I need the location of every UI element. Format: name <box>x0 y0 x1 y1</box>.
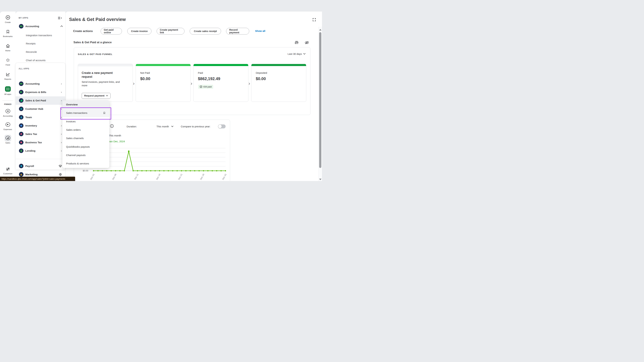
item-label: Reconcile <box>26 50 37 53</box>
all-apps-item-lending[interactable]: Lending › <box>16 147 65 155</box>
rail-item-pinned-expenses[interactable]: Expenses <box>0 122 16 130</box>
item-label: Sales & Get Paid <box>25 99 61 102</box>
submenu-item-channel-payouts[interactable]: Channel payouts <box>62 151 109 159</box>
deposited-bar <box>252 64 306 66</box>
chevron-down-icon <box>303 53 306 55</box>
team-app-icon <box>19 115 24 119</box>
globe-icon <box>59 173 62 176</box>
submenu-item-sales-transactions[interactable]: Sales transactions <box>62 109 109 117</box>
cta-title: Create a new payment request <box>82 71 122 79</box>
request-payment-button[interactable]: Request payment <box>82 93 110 99</box>
my-apps-item-integration-transactions[interactable]: Integration transactions <box>26 32 52 38</box>
submenu-item-sales-channels[interactable]: Sales channels <box>62 134 109 142</box>
my-apps-item-chart-of-accounts[interactable]: Chart of accounts <box>26 57 46 63</box>
item-label: Chart of accounts <box>26 59 46 62</box>
create-actions-label: Create actions <box>73 29 93 33</box>
rail-item-create[interactable]: Create <box>0 15 16 23</box>
scrollbar-up-arrow[interactable] <box>319 29 322 30</box>
chevron-right-icon: › <box>61 82 62 85</box>
accounting-app-icon <box>19 24 24 28</box>
item-label: QuickBooks payouts <box>66 145 90 148</box>
compare-label: Compare to previous year: <box>181 125 210 128</box>
funnel-range-dropdown[interactable]: Last 30 days <box>288 52 306 55</box>
deposited-card[interactable]: Deposited $0.00 <box>251 64 306 102</box>
duration-dropdown[interactable]: This month <box>156 125 174 128</box>
rail-item-pinned-accounting[interactable]: Accounting <box>0 109 16 117</box>
bookmark-icon[interactable] <box>103 111 106 114</box>
all-apps-item-sales-get-paid[interactable]: Sales & Get Paid › <box>16 96 65 105</box>
info-icon[interactable] <box>110 124 114 128</box>
item-label: Overview <box>66 103 78 106</box>
plus-circle-icon <box>5 15 10 20</box>
rail-label: Accounting <box>0 115 16 117</box>
chevron-right-icon: › <box>61 133 62 135</box>
submenu-item-overview[interactable]: Overview <box>62 100 109 109</box>
item-label: Team <box>25 116 61 119</box>
fullscreen-icon[interactable] <box>312 18 316 22</box>
rail-item-home[interactable]: Home <box>0 43 16 52</box>
filter-sliders-icon[interactable] <box>294 40 299 44</box>
duration-label: Duration: <box>126 125 137 128</box>
sales-circle-icon <box>5 135 10 140</box>
paid-label: Paid <box>198 71 203 74</box>
all-apps-item-customer-hub[interactable]: Customer Hub › <box>16 105 65 113</box>
payroll-app-icon <box>19 164 24 168</box>
item-label: Accounting <box>25 82 61 85</box>
rail-item-bookmarks[interactable]: Bookmarks <box>0 29 16 37</box>
chevron-right-icon: › <box>61 149 62 152</box>
get-paid-online-button[interactable]: Get paid online <box>100 28 122 34</box>
submenu-item-quickbooks-payouts[interactable]: QuickBooks payouts <box>62 143 109 151</box>
item-label: Sales transactions <box>66 111 88 114</box>
rail-item-pinned-sales[interactable]: Sales <box>0 135 16 144</box>
not-paid-card[interactable]: Not Paid $0.00 <box>136 64 191 102</box>
record-payment-button[interactable]: Record payment <box>226 28 249 34</box>
create-sales-receipt-button[interactable]: Create sales receipt <box>190 28 221 34</box>
apps-grid-icon <box>5 86 11 92</box>
my-apps-item-receipts[interactable]: Receipts <box>26 40 36 47</box>
item-label: Receipts <box>26 42 36 45</box>
all-apps-item-expenses-bills[interactable]: Expenses & Bills › <box>16 88 65 96</box>
item-label: Sales Tax <box>25 133 61 136</box>
all-apps-item-business-tax[interactable]: Business Tax › <box>16 138 65 147</box>
paid-value: $862,192.49 <box>198 76 220 81</box>
rail-item-feed[interactable]: Feed <box>0 58 16 66</box>
show-all-link[interactable]: Show all <box>255 29 265 32</box>
create-payment-link-button[interactable]: Create payment link <box>157 28 184 34</box>
status-url-tooltip: https://sandbox.qbo.intuit.com/app/sales… <box>0 177 75 181</box>
chevron-right-icon: › <box>61 107 62 110</box>
rail-item-all-apps[interactable]: All apps <box>0 86 16 95</box>
my-apps-item-reconcile[interactable]: Reconcile <box>26 48 37 55</box>
period-label: This month <box>109 134 121 137</box>
submenu-item-products-services[interactable]: Products & services <box>62 159 109 168</box>
accounting-app-icon <box>19 81 24 86</box>
my-apps-group-accounting[interactable]: Accounting <box>19 23 63 29</box>
collapse-panel-icon[interactable] <box>58 16 62 20</box>
submenu-item-invoices[interactable]: Invoices <box>62 117 109 126</box>
scrollbar-thumb[interactable] <box>319 32 321 168</box>
toggle-knob <box>218 125 222 128</box>
chevron-up-icon <box>60 25 63 27</box>
scrollbar-down-arrow[interactable] <box>319 179 322 180</box>
item-label: Expenses & Bills <box>25 91 61 94</box>
create-invoice-button[interactable]: Create invoice <box>127 28 152 34</box>
all-apps-item-accounting[interactable]: Accounting › <box>16 80 65 88</box>
request-payment-label: Request payment <box>84 94 104 97</box>
chevron-down-icon <box>106 95 108 96</box>
all-apps-item-inventory[interactable]: Inventory › <box>16 121 65 130</box>
rail-item-reports[interactable]: Reports <box>0 72 16 80</box>
business-tax-app-icon <box>19 140 24 145</box>
all-apps-item-team[interactable]: Team › <box>16 113 65 121</box>
rail-label: Create <box>0 21 16 23</box>
funnel-range-value: Last 30 days <box>288 52 302 55</box>
y-axis-zero-label: $0.00 <box>78 169 88 172</box>
compare-toggle[interactable] <box>218 124 226 128</box>
hide-eye-off-icon[interactable] <box>304 40 309 45</box>
sales-app-icon <box>19 98 24 103</box>
submenu-item-sales-orders[interactable]: Sales orders <box>62 126 109 134</box>
paid-card[interactable]: Paid $862,192.49 434 paid <box>193 64 248 102</box>
all-apps-item-payroll[interactable]: Payroll <box>16 162 65 170</box>
item-label: Products & services <box>66 162 89 165</box>
rail-item-customize[interactable]: Customize <box>0 167 16 175</box>
funnel-title: SALES & GET PAID FUNNEL <box>78 53 112 55</box>
all-apps-item-sales-tax[interactable]: Sales Tax › <box>16 130 65 138</box>
